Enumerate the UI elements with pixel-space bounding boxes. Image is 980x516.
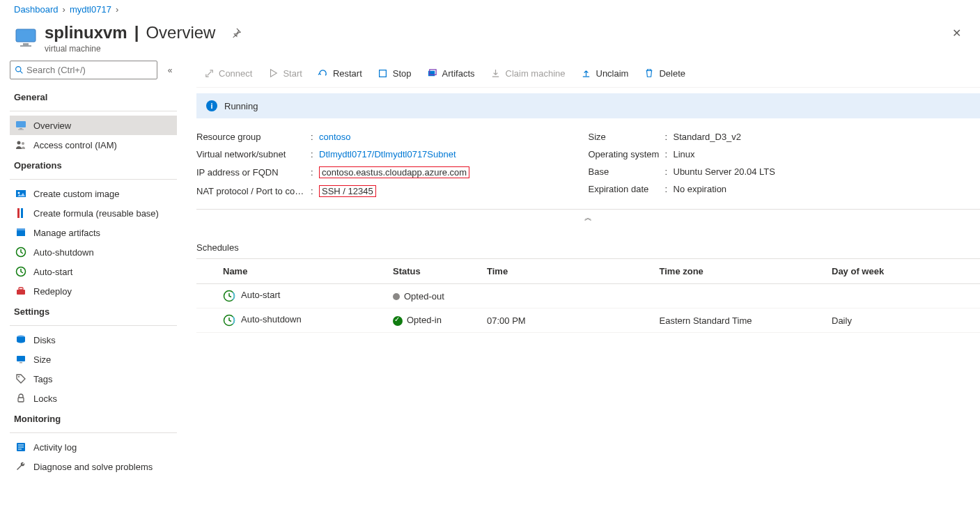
sidebar: « General Overview Access control (IAM) … xyxy=(0,61,180,490)
tag-icon xyxy=(15,373,26,384)
clock-icon xyxy=(15,247,26,258)
toolbar: Connect Start Restart Stop Artifacts Cla… xyxy=(196,61,980,88)
stop-icon xyxy=(378,68,389,79)
sidebar-item-label: Tags xyxy=(33,374,52,384)
nat-port-value: SSH / 12345 xyxy=(319,185,376,197)
sidebar-item-label: Manage artifacts xyxy=(33,228,100,238)
unclaim-button[interactable]: Unclaim xyxy=(574,65,636,81)
sidebar-item-activity-log[interactable]: Activity log xyxy=(10,437,177,457)
col-day[interactable]: Day of week xyxy=(823,259,980,284)
sidebar-item-label: Auto-shutdown xyxy=(33,247,94,258)
claim-machine-button[interactable]: Claim machine xyxy=(483,65,573,81)
artifacts-button[interactable]: Artifacts xyxy=(420,65,482,81)
pin-button[interactable] xyxy=(226,23,246,42)
expiration-value: No expiration xyxy=(674,184,981,194)
page-subtitle: virtual machine xyxy=(45,44,947,54)
schedule-tz: Eastern Standard Time xyxy=(651,308,824,333)
connect-icon xyxy=(203,68,215,79)
collapse-sidebar-button[interactable]: « xyxy=(163,65,177,75)
log-icon xyxy=(15,441,26,453)
nav-section-monitoring: Monitoring xyxy=(10,408,177,428)
schedule-tz xyxy=(651,284,824,308)
wrench-icon xyxy=(15,461,26,472)
prop-key: Size xyxy=(589,132,665,142)
svg-rect-19 xyxy=(17,290,25,295)
sidebar-item-label: Create custom image xyxy=(33,189,120,199)
table-row[interactable]: Auto-startOpted-out xyxy=(196,284,980,308)
svg-point-24 xyxy=(18,376,20,377)
disks-icon xyxy=(15,334,26,345)
sidebar-item-overview[interactable]: Overview xyxy=(10,116,177,135)
sidebar-item-label: Diagnose and solve problems xyxy=(33,462,153,472)
svg-rect-6 xyxy=(16,121,26,127)
prop-key: Resource group xyxy=(196,132,311,142)
sidebar-item-locks[interactable]: Locks xyxy=(10,389,177,408)
sidebar-item-redeploy[interactable]: Redeploy xyxy=(10,281,177,301)
size-value: Standard_D3_v2 xyxy=(674,132,981,142)
ip-fqdn-value: contoso.eastus.cloudapp.azure.com xyxy=(319,166,469,178)
vnet-link[interactable]: Dtlmydtl0717/Dtlmydtl0717Subnet xyxy=(319,149,456,159)
start-button[interactable]: Start xyxy=(260,65,309,81)
svg-point-9 xyxy=(17,141,21,145)
sidebar-item-access-control[interactable]: Access control (IAM) xyxy=(10,135,177,155)
col-name[interactable]: Name xyxy=(196,259,384,284)
svg-rect-20 xyxy=(19,288,23,290)
sidebar-item-auto-start[interactable]: Auto-start xyxy=(10,262,177,281)
svg-rect-7 xyxy=(20,128,22,130)
restart-button[interactable]: Restart xyxy=(311,65,369,81)
restart-icon xyxy=(318,68,329,79)
svg-rect-0 xyxy=(16,29,36,42)
prop-key: Base xyxy=(589,166,665,177)
schedule-time xyxy=(479,284,651,308)
breadcrumb-dashboard[interactable]: Dashboard xyxy=(14,4,59,15)
resource-group-link[interactable]: contoso xyxy=(319,132,351,142)
check-icon xyxy=(393,316,403,326)
sidebar-item-tags[interactable]: Tags xyxy=(10,369,177,389)
schedule-name: Auto-shutdown xyxy=(241,314,302,325)
artifacts-icon xyxy=(427,68,438,79)
status-bar: i Running xyxy=(196,93,980,118)
sidebar-item-auto-shutdown[interactable]: Auto-shutdown xyxy=(10,242,177,262)
sidebar-item-label: Auto-start xyxy=(33,267,72,277)
close-button[interactable]: ✕ xyxy=(947,23,966,42)
collapse-essentials-button[interactable]: ︽ xyxy=(196,210,980,226)
breadcrumb-resource[interactable]: mydtl0717 xyxy=(70,4,111,15)
sidebar-item-size[interactable]: Size xyxy=(10,350,177,369)
nav-section-general: General xyxy=(10,86,177,107)
delete-button[interactable]: Delete xyxy=(637,65,692,81)
col-status[interactable]: Status xyxy=(384,259,479,284)
sidebar-item-create-formula[interactable]: Create formula (reusable base) xyxy=(10,203,177,223)
sidebar-item-manage-artifacts[interactable]: Manage artifacts xyxy=(10,223,177,242)
svg-rect-13 xyxy=(17,208,20,218)
size-icon xyxy=(15,354,26,365)
sidebar-item-disks[interactable]: Disks xyxy=(10,330,177,350)
stop-button[interactable]: Stop xyxy=(371,65,419,81)
sidebar-item-label: Overview xyxy=(33,120,71,131)
prop-key: NAT protocol / Port to co… xyxy=(196,186,311,196)
schedule-time: 07:00 PM xyxy=(479,308,651,333)
table-row[interactable]: Auto-shutdownOpted-in07:00 PMEastern Sta… xyxy=(196,308,980,333)
search-input[interactable] xyxy=(24,63,153,77)
prop-key: Virtual network/subnet xyxy=(196,149,311,159)
sidebar-item-create-custom-image[interactable]: Create custom image xyxy=(10,184,177,203)
base-value: Ubuntu Server 20.04 LTS xyxy=(674,166,981,177)
sidebar-item-diagnose[interactable]: Diagnose and solve problems xyxy=(10,457,177,476)
image-icon xyxy=(15,188,26,199)
breadcrumb: Dashboard › mydtl0717 › xyxy=(0,0,980,19)
clock-icon xyxy=(15,266,26,277)
svg-rect-22 xyxy=(17,356,25,361)
prop-key: Expiration date xyxy=(589,184,665,194)
col-tz[interactable]: Time zone xyxy=(651,259,824,284)
chevron-right-icon: › xyxy=(116,4,118,15)
formula-icon xyxy=(15,208,26,219)
search-box[interactable] xyxy=(10,61,157,79)
sidebar-item-label: Access control (IAM) xyxy=(33,140,117,150)
chevron-right-icon: › xyxy=(63,4,65,15)
trash-icon xyxy=(644,68,655,79)
svg-rect-8 xyxy=(18,130,24,130)
connect-button[interactable]: Connect xyxy=(196,65,259,81)
schedule-status: Opted-out xyxy=(404,291,444,302)
artifacts-icon xyxy=(15,227,26,238)
schedule-status: Opted-in xyxy=(407,315,442,325)
col-time[interactable]: Time xyxy=(479,259,651,284)
